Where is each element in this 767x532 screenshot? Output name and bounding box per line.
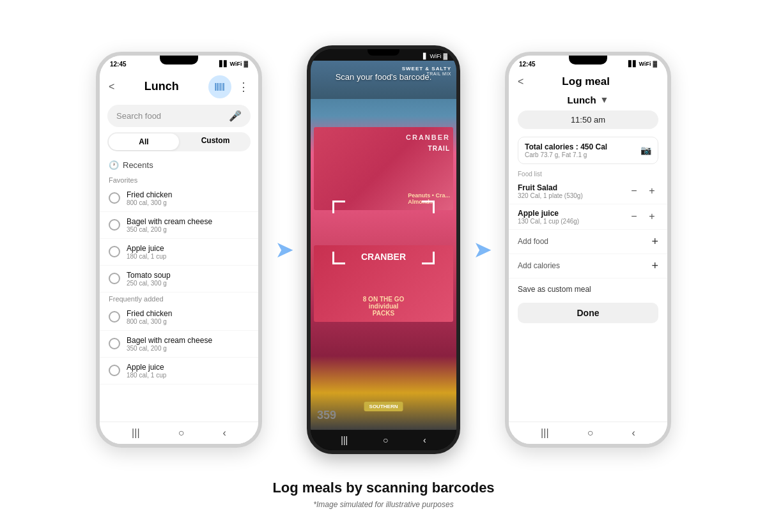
save-custom-meal[interactable]: Save as custom meal	[509, 278, 667, 300]
fav-item-2[interactable]: Apple juice 180 cal, 1 cup	[100, 239, 258, 266]
favorites-section-label: Favorites	[100, 174, 258, 185]
food-name-0: Fried chicken	[127, 190, 172, 199]
mic-icon[interactable]: 🎤	[229, 110, 242, 122]
corner-tr	[422, 201, 435, 213]
log-back-button[interactable]: <	[518, 76, 523, 87]
camera-view: SWEET & SALTY TRAIL MIX Scan your food's…	[311, 61, 456, 430]
freq-name-1: Bagel with cream cheese	[127, 336, 212, 345]
caption-area: Log meals by scanning barcodes *Image si…	[0, 467, 767, 513]
radio-1[interactable]	[109, 219, 120, 231]
cranberry-box: CRANBER TRAIL Peanuts • Cra...Almond...	[314, 127, 453, 210]
radio-3[interactable]	[109, 273, 120, 284]
add-calories-row[interactable]: Add calories +	[509, 254, 667, 278]
fav-item-0[interactable]: Fried chicken 800 cal, 300 g	[100, 185, 258, 212]
lunch-title: Lunch	[144, 80, 179, 93]
meal-selector[interactable]: Lunch ▼	[509, 92, 667, 110]
back-button[interactable]: <	[109, 81, 114, 93]
cam-nav-back[interactable]: |||	[341, 435, 348, 445]
fli-detail-0: 320 Cal, 1 plate (530g)	[518, 192, 583, 199]
food-cal-0: 800 cal, 300 g	[127, 199, 172, 206]
phone1-screen: < Lunch ⋮	[100, 69, 258, 444]
caption-note: *Image simulated for illustrative purpos…	[26, 500, 741, 509]
add-food-row[interactable]: Add food +	[509, 230, 667, 254]
freq-name-2: Apple juice	[127, 363, 166, 372]
toggle-custom[interactable]: Custom	[180, 132, 251, 151]
freq-radio-1[interactable]	[109, 338, 120, 349]
svg-rect-6	[223, 83, 224, 91]
toggle-all[interactable]: All	[109, 133, 179, 150]
food-cal-3: 250 cal, 300 g	[127, 280, 171, 287]
svg-rect-5	[222, 83, 223, 91]
more-menu-icon[interactable]: ⋮	[238, 80, 249, 94]
food-list-item-0: Fruit Salad 320 Cal, 1 plate (530g) − +	[509, 179, 667, 204]
battery-icon: ▓	[244, 61, 248, 67]
main-scene: 12:45 ▋▋ WiFi ▓ < Lunch	[0, 20, 767, 467]
camera-icon[interactable]: 📷	[640, 145, 651, 155]
add-food-icon[interactable]: +	[651, 235, 658, 248]
cal-info: Total calories : 450 Cal Carb 73.7 g, Fa…	[525, 142, 607, 158]
barcode-button[interactable]	[208, 75, 231, 98]
time-pill[interactable]: 11:50 am	[518, 110, 658, 129]
freq-radio-2[interactable]	[109, 365, 120, 376]
svg-rect-1	[217, 83, 217, 91]
arrow-2: ➤	[473, 236, 492, 263]
freq-item-0[interactable]: Fried chicken 800 cal, 300 g	[100, 304, 258, 331]
fav-item-3[interactable]: Tomato soup 250 cal, 300 g	[100, 266, 258, 293]
p3-nav-back[interactable]: |||	[541, 427, 548, 439]
food-cal-2: 180 cal, 1 cup	[127, 253, 166, 260]
cam-status-icons: ▋ WiFi ▓	[423, 53, 447, 59]
app-header: < Lunch ⋮	[100, 69, 258, 102]
search-placeholder: Search food	[116, 111, 161, 121]
cam-nav-home[interactable]: ○	[383, 435, 388, 445]
done-button[interactable]: Done	[518, 303, 658, 323]
meal-dropdown-icon[interactable]: ▼	[600, 95, 609, 105]
food-name-3: Tomato soup	[127, 271, 171, 280]
freq-item-1[interactable]: Bagel with cream cheese 350 cal, 200 g	[100, 331, 258, 358]
scan-prompt: Scan your food's barcode.	[311, 72, 456, 82]
signal-icon: ▋▋	[219, 61, 228, 67]
add-calories-icon[interactable]: +	[651, 259, 658, 273]
freq-info-1: Bagel with cream cheese 350 cal, 200 g	[127, 336, 212, 352]
trail-text: TRAIL	[428, 145, 450, 152]
freq-item-2[interactable]: Apple juice 180 cal, 1 cup	[100, 358, 258, 384]
freq-cal-1: 350 cal, 200 g	[127, 345, 212, 352]
toggle-row: All Custom	[107, 132, 251, 151]
nav-back-icon[interactable]: |||	[132, 427, 139, 439]
caption-title: Log meals by scanning barcodes	[26, 480, 741, 496]
minus-button-0[interactable]: −	[628, 185, 640, 197]
corner-br	[422, 252, 435, 264]
food-info-1: Bagel with cream cheese 350 cal, 200 g	[127, 217, 212, 233]
corner-tl	[332, 201, 345, 213]
plus-button-0[interactable]: +	[646, 185, 658, 197]
radio-2[interactable]	[109, 246, 120, 257]
nav-recent-icon[interactable]: ‹	[223, 427, 226, 439]
cal-macro: Carb 73.7 g, Fat 7.1 g	[525, 151, 607, 158]
svg-rect-2	[217, 83, 219, 91]
recents-label: Recents	[123, 160, 153, 170]
nav-home-icon[interactable]: ○	[178, 427, 185, 439]
search-bar[interactable]: Search food 🎤	[107, 105, 251, 127]
southern-label: SOUTHERN	[364, 402, 403, 411]
clock-icon: 🕐	[109, 160, 119, 170]
p3-nav-recent[interactable]: ‹	[632, 427, 635, 439]
freq-cal-2: 180 cal, 1 cup	[127, 372, 166, 379]
radio-0[interactable]	[109, 192, 120, 204]
fav-item-1[interactable]: Bagel with cream cheese 350 cal, 200 g	[100, 212, 258, 239]
fli-info-1: Apple juice 130 Cal, 1 cup (246g)	[518, 209, 579, 225]
add-food-label: Add food	[518, 237, 548, 246]
phone3-notch	[569, 56, 607, 65]
freq-radio-0[interactable]	[109, 311, 120, 323]
corner-bl	[332, 252, 345, 264]
cranberry-text: CRANBER	[406, 133, 450, 141]
plus-button-1[interactable]: +	[646, 211, 658, 222]
phone3-time: 12:45	[519, 61, 536, 68]
svg-rect-4	[221, 83, 222, 91]
minus-button-1[interactable]: −	[628, 211, 640, 222]
p3-nav-home[interactable]: ○	[587, 427, 594, 439]
fli-controls-0: − +	[628, 185, 658, 197]
cam-wifi-icon: WiFi	[430, 53, 441, 59]
phone-2-camera: ▋ WiFi ▓ SWEET & SALTY TRAIL MIX Scan yo…	[307, 45, 460, 454]
phone1-notch	[160, 56, 198, 65]
food-info-0: Fried chicken 800 cal, 300 g	[127, 190, 172, 206]
cam-nav-recent[interactable]: ‹	[423, 435, 426, 445]
